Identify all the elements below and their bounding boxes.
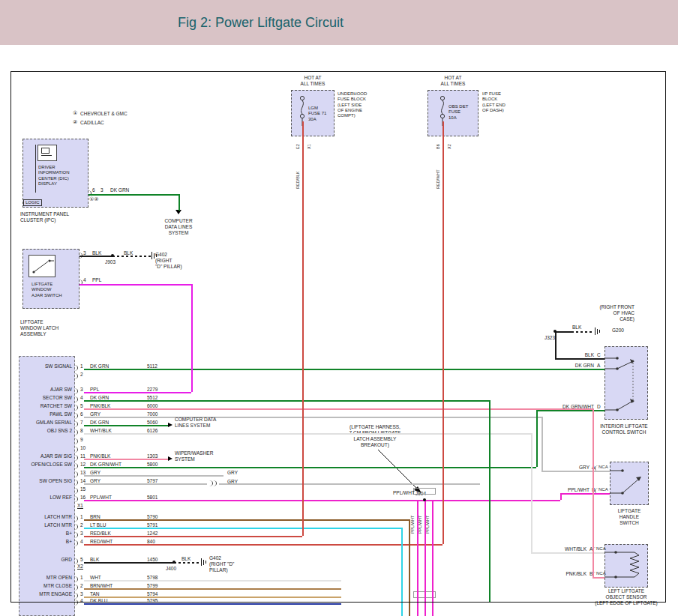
wire-line bbox=[84, 475, 224, 477]
splice-dot bbox=[172, 561, 176, 564]
pin-bracket bbox=[74, 396, 78, 402]
splice-dot bbox=[554, 330, 557, 333]
wire-line bbox=[219, 483, 480, 485]
pin-number: 6 bbox=[80, 411, 83, 417]
wire-line bbox=[84, 562, 174, 564]
g200-location: (RIGHT FRONT OF HVAC CASE) bbox=[566, 304, 634, 322]
sensor-pin-b-wire: PNK/BLK bbox=[546, 571, 586, 577]
pin-number: 4 bbox=[80, 539, 83, 545]
wire-line bbox=[84, 417, 542, 418]
wire-line bbox=[560, 493, 562, 500]
handle-switch-caption: LIFTGATE HANDLE SWITCH bbox=[608, 508, 650, 526]
pin-bracket bbox=[74, 600, 78, 606]
wire-line bbox=[80, 284, 191, 286]
connector-x1-label: X1 bbox=[77, 503, 83, 509]
pin-function-label: OBJ SNS 2 bbox=[20, 428, 72, 434]
ajar-pin4: 4 bbox=[83, 277, 86, 283]
pin-number: 10 bbox=[80, 445, 86, 451]
splice-label-j903: J903 bbox=[105, 259, 116, 265]
system-target-label: COMPUTER DATA LINES SYSTEM bbox=[175, 417, 216, 429]
dic-display-label: DRIVER INFORMATION CENTER (DIC) DISPLAY bbox=[38, 165, 70, 187]
wire-line bbox=[174, 562, 200, 564]
handle-pin-b-wire: PPL/WHT bbox=[552, 487, 590, 493]
pin-bracket bbox=[74, 593, 78, 599]
ipc-pin-bracket bbox=[88, 190, 92, 196]
wire-note-label: GRY bbox=[227, 479, 238, 485]
interior-pin-d: D bbox=[597, 404, 601, 410]
ipc-pin-a: 6 bbox=[92, 187, 95, 193]
bundle-connector-band bbox=[413, 488, 436, 495]
wire-line bbox=[84, 603, 341, 605]
wire-label-red-blk: RED/BLK bbox=[296, 171, 300, 189]
pin-number: 3 bbox=[80, 387, 83, 393]
harness-note: (LIFTGATE HARNESS, 7 CM FROM LIFTGATE LA… bbox=[339, 424, 411, 448]
wire-line bbox=[409, 519, 410, 616]
pin-function-label: GRD bbox=[20, 557, 72, 563]
ajar-pin4-wire: PPL bbox=[92, 277, 101, 283]
legend-symbol-1: ① bbox=[73, 110, 77, 117]
bundle-wire-label: PPL/WHT bbox=[418, 516, 422, 534]
wire-line bbox=[536, 410, 538, 467]
interior-pin-c-wire: BLK bbox=[555, 352, 594, 358]
wire-line bbox=[424, 500, 426, 616]
wire-line bbox=[555, 331, 572, 333]
legend-symbol-2: ② bbox=[73, 119, 77, 126]
wire-line bbox=[84, 597, 341, 598]
figure-header: Fig 2: Power Liftgate Circuit bbox=[0, 0, 678, 45]
ajar-assembly-caption: LIFTGATE WINDOW LATCH ASSEMBLY bbox=[20, 319, 58, 337]
diagram-frame bbox=[10, 71, 666, 603]
splice-dot bbox=[111, 254, 115, 258]
pin-bracket bbox=[74, 365, 78, 371]
ipc-caption: INSTRUMENT PANEL CLUSTER (IPC) bbox=[20, 211, 69, 223]
ground-icon bbox=[201, 558, 206, 566]
pin-number: 4 bbox=[80, 598, 83, 604]
pin-function-label: GMLAN SERIAL bbox=[20, 420, 72, 426]
object-sensor-icon bbox=[604, 544, 648, 588]
wire-line bbox=[84, 483, 207, 485]
pin-function-label: LOW REF bbox=[20, 495, 72, 501]
pin-bracket bbox=[74, 455, 78, 461]
pin-function-label: PAWL SW bbox=[20, 411, 72, 417]
wire-line bbox=[302, 121, 304, 536]
splice-dot bbox=[423, 498, 427, 502]
wire-line bbox=[112, 256, 151, 257]
ipc-variant-note: ①② bbox=[89, 196, 99, 203]
wire-line bbox=[572, 331, 594, 333]
ipc-bracket-line bbox=[35, 145, 36, 193]
fuse2-block-label: I/P FUSE BLOCK (LEFT END OF DASH) bbox=[482, 91, 506, 113]
wire-line bbox=[84, 544, 442, 546]
pin-function-label: OPEN/CLOSE SW bbox=[20, 462, 72, 468]
wire-line bbox=[592, 577, 604, 579]
right-arrow-icon bbox=[168, 456, 172, 461]
wire-line bbox=[84, 392, 191, 393]
ajar-switch-icon bbox=[28, 255, 56, 277]
pin-bracket bbox=[74, 496, 78, 502]
wire-line bbox=[84, 528, 401, 529]
pin-number: 1 bbox=[80, 575, 83, 581]
pin-bracket bbox=[74, 576, 78, 582]
pin-bracket bbox=[74, 413, 78, 419]
wire-note-label: PPL/WHT bbox=[393, 490, 415, 496]
fuse2-hot-label: HOT AT ALL TIMES bbox=[432, 75, 474, 87]
wire-line bbox=[555, 331, 556, 358]
wire-line bbox=[84, 408, 592, 410]
figure-title: Fig 2: Power Liftgate Circuit bbox=[178, 15, 344, 31]
handle-pin-a-conn: NCA bbox=[598, 465, 608, 470]
fuse1-pin: E2 bbox=[296, 144, 300, 149]
legend-label-2: CADILLAC bbox=[80, 120, 104, 126]
interior-switch-caption: INTERIOR LIFTGATE CONTROL SWITCH bbox=[592, 423, 656, 435]
wire-label-red-wht: RED/WHT bbox=[436, 169, 440, 189]
wire-line bbox=[542, 471, 610, 472]
fuse1-conn: X1 bbox=[307, 144, 311, 149]
g200-wire-label: BLK bbox=[572, 324, 581, 330]
ground-label-g402-b: G402 (RIGHT "D" PILLAR) bbox=[209, 555, 234, 573]
pin-function-label: LATCH MTR bbox=[20, 514, 72, 520]
wire-line bbox=[401, 528, 403, 616]
wire-line bbox=[442, 121, 444, 544]
interior-pin-c: C bbox=[597, 352, 601, 358]
handle-pin-b-conn: NCA bbox=[598, 487, 608, 492]
interior-pin-a: A bbox=[597, 363, 600, 369]
wire-note-label: GRY bbox=[227, 470, 238, 476]
pin-bracket bbox=[74, 429, 78, 435]
wire-line bbox=[84, 459, 168, 460]
